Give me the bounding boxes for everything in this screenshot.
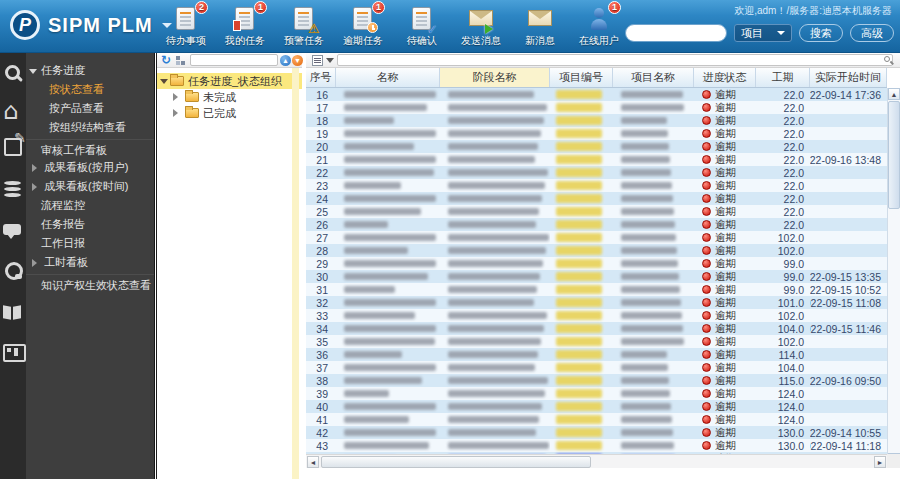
sidebar-item-成果看板(按用户)[interactable]: 成果看板(按用户) <box>26 158 154 177</box>
sidebar-item-审核工作看板[interactable]: 审核工作看板 <box>26 139 154 158</box>
tree-collapse-button[interactable]: ▼ <box>292 55 303 66</box>
sidebar-item-按状态查看[interactable]: 按状态查看 <box>26 80 154 99</box>
table-row[interactable]: 26逾期22.0 <box>306 218 887 231</box>
table-row[interactable]: 30逾期99.02022-09-15 13:35 <box>306 270 887 283</box>
sidebar-item-知识产权生效状态查看[interactable]: 知识产权生效状态查看 <box>26 274 154 293</box>
rail-item-chat[interactable] <box>3 221 23 241</box>
sidebar-item-工时看板[interactable]: 工时看板 <box>26 253 154 272</box>
table-row[interactable]: 34逾期104.02022-09-15 11:46 <box>306 322 887 335</box>
vertical-scroll-thumb[interactable] <box>888 101 900 209</box>
table-row[interactable]: 24逾期22.0 <box>306 192 887 205</box>
sidebar-item-任务报告[interactable]: 任务报告 <box>26 215 154 234</box>
rail-item-home[interactable] <box>3 101 23 121</box>
toolbar-item[interactable]: ✓待确认 <box>396 6 448 48</box>
toolbar-item[interactable]: 新消息 <box>514 6 566 48</box>
toolbar-item[interactable]: 2待办事项 <box>160 6 212 48</box>
table-row[interactable]: 20逾期22.0 <box>306 140 887 153</box>
table-row[interactable]: 36逾期114.0 <box>306 348 887 361</box>
column-header-status[interactable]: 进度状态 <box>694 68 756 87</box>
badge: 1 <box>372 1 385 14</box>
column-header-phase[interactable]: 阶段名称 <box>440 68 550 87</box>
sidebar-item-流程监控[interactable]: 流程监控 <box>26 196 154 215</box>
redacted-text <box>344 143 414 150</box>
app-logo[interactable]: P SIPM PLM <box>10 10 172 40</box>
org-structure-icon[interactable] <box>176 56 185 65</box>
horizontal-scroll-thumb[interactable] <box>321 456 591 468</box>
table-row[interactable]: 18逾期22.0 <box>306 114 887 127</box>
refresh-icon[interactable]: ↻ <box>161 53 171 67</box>
scroll-right-icon[interactable]: ► <box>874 456 886 468</box>
table-row[interactable]: 27逾期102.0 <box>306 231 887 244</box>
table-row[interactable]: 25逾期22.0 <box>306 205 887 218</box>
sidebar-item-任务进度[interactable]: 任务进度 <box>26 61 154 80</box>
vertical-scrollbar[interactable]: ▲ ▼ <box>887 88 900 465</box>
toolbar-item[interactable]: 1在线用户 <box>573 6 625 48</box>
redacted-text <box>344 325 436 332</box>
table-row[interactable]: 21逾期22.02022-09-16 13:48 <box>306 153 887 166</box>
overdue-status-icon <box>702 246 711 255</box>
table-row[interactable]: 39逾期124.0 <box>306 387 887 400</box>
sidebar-item-按组织结构查看[interactable]: 按组织结构查看 <box>26 118 154 137</box>
column-header-projname[interactable]: 项目名称 <box>613 68 694 87</box>
table-row[interactable]: 16逾期22.02022-09-14 17:36 <box>306 88 887 101</box>
overdue-status-icon <box>702 376 711 385</box>
table-row[interactable]: 22逾期22.0 <box>306 166 887 179</box>
table-row[interactable]: 31逾期99.02022-09-15 10:52 <box>306 283 887 296</box>
table-row[interactable]: 42逾期130.02022-09-14 10:55 <box>306 426 887 439</box>
table-row[interactable]: 37逾期104.0 <box>306 361 887 374</box>
toolbar-item[interactable]: 1我的任务 <box>219 6 271 48</box>
rail-item-edit[interactable] <box>3 135 23 155</box>
toolbar-item[interactable]: ⚠预警任务 <box>278 6 330 48</box>
redacted-text <box>448 156 535 163</box>
table-row[interactable]: 38逾期115.02022-09-16 09:50 <box>306 374 887 387</box>
redacted-text <box>344 390 389 397</box>
redacted-text <box>556 103 602 112</box>
cell-name <box>336 270 440 283</box>
sidebar-item-按产品查看[interactable]: 按产品查看 <box>26 99 154 118</box>
table-row[interactable]: 35逾期102.0 <box>306 335 887 348</box>
rail-item-sipm-search[interactable] <box>3 63 23 83</box>
rail-item-book[interactable] <box>3 303 23 323</box>
table-row[interactable]: 29逾期99.0 <box>306 257 887 270</box>
tree-node-已完成[interactable]: 已完成 <box>157 105 302 121</box>
scroll-left-icon[interactable]: ◄ <box>307 456 319 468</box>
search-category-select[interactable]: 项目 <box>734 24 792 42</box>
sidebar-item-工作日报[interactable]: 工作日报 <box>26 234 154 253</box>
table-row[interactable]: 32逾期101.02022-09-15 11:08 <box>306 296 887 309</box>
table-row[interactable]: 23逾期22.0 <box>306 179 887 192</box>
horizontal-scrollbar[interactable]: ◄ ► <box>306 454 887 468</box>
cell-duration: 124.0 <box>756 400 810 413</box>
table-row[interactable]: 17逾期22.0 <box>306 101 887 114</box>
table-row[interactable]: 33逾期102.0 <box>306 309 887 322</box>
rail-item-database[interactable] <box>3 179 23 199</box>
tree-filter-input[interactable] <box>190 54 278 66</box>
redacted-text <box>344 91 436 98</box>
cell-phase <box>440 413 550 426</box>
column-header-no[interactable]: 序号 <box>306 68 336 87</box>
sidebar-item-成果看板(按时间)[interactable]: 成果看板(按时间) <box>26 177 154 196</box>
table-row[interactable]: 41逾期124.0 <box>306 413 887 426</box>
column-header-projno[interactable]: 项目编号 <box>550 68 613 87</box>
grid-search-input[interactable] <box>337 54 893 66</box>
rail-item-headset[interactable] <box>3 261 23 281</box>
scroll-up-icon[interactable]: ▲ <box>888 88 900 100</box>
tree-expand-button[interactable]: ▲ <box>280 55 291 66</box>
table-row[interactable]: 19逾期22.0 <box>306 127 887 140</box>
advanced-search-button[interactable]: 高级 <box>850 24 894 42</box>
table-row[interactable]: 40逾期124.0 <box>306 400 887 413</box>
chevron-down-icon[interactable] <box>326 58 334 67</box>
table-row[interactable]: 28逾期102.0 <box>306 244 887 257</box>
table-row[interactable]: 43逾期130.02022-09-14 11:18 <box>306 439 887 452</box>
toolbar-item[interactable]: 1逾期任务 <box>337 6 389 48</box>
search-button[interactable]: 搜索 <box>799 24 843 42</box>
tree-root-node[interactable]: 任务进度_状态组织 <box>157 73 302 89</box>
column-header-dur[interactable]: 工期 <box>756 68 810 87</box>
rail-item-idcard[interactable] <box>3 341 23 361</box>
tree-scroll-strip[interactable] <box>292 68 299 479</box>
column-header-name[interactable]: 名称 <box>336 68 440 87</box>
column-menu-icon[interactable] <box>312 55 323 66</box>
column-header-start[interactable]: 实际开始时间 <box>810 68 887 87</box>
global-search-input[interactable] <box>625 24 727 42</box>
toolbar-item[interactable]: 发送消息 <box>455 6 507 48</box>
tree-node-未完成[interactable]: 未完成 <box>157 89 302 105</box>
